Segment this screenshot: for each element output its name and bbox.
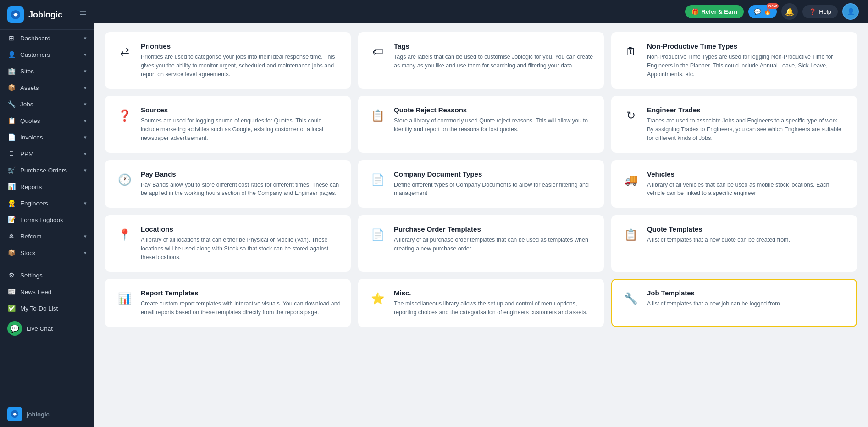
card-pay-bands[interactable]: 🕐 Pay Bands Pay Bands allow you to store… [105, 160, 351, 208]
sidebar-item-live-chat[interactable]: 💬 Live Chat [0, 316, 94, 340]
card-desc-report-templates: Create custom report templates with inte… [141, 299, 341, 317]
nav-arrow-invoices: ▾ [84, 134, 87, 140]
nav-label-dashboard: Dashboard [20, 35, 50, 42]
card-content-vehicles: Vehicles A library of all vehicles that … [647, 170, 847, 198]
sidebar-item-settings[interactable]: ⚙ Settings [0, 267, 94, 283]
refer-earn-button[interactable]: 🎁 Refer & Earn [685, 5, 744, 18]
bottom-brand-text: joblogic [27, 411, 50, 418]
nav-label-news-feed: News Feed [20, 288, 51, 295]
card-quote-reject-reasons[interactable]: 📋 Quote Reject Reasons Store a library o… [358, 96, 604, 152]
nav-icon-assets: 📦 [7, 84, 16, 91]
card-content-quote-templates: Quote Templates A list of templates that… [647, 225, 847, 244]
nav-label-quotes: Quotes [20, 117, 40, 124]
card-icon-company-document-types: 📄 [368, 170, 387, 189]
sidebar-item-reports[interactable]: 📊 Reports [0, 178, 94, 195]
card-content-pay-bands: Pay Bands Pay Bands allow you to store d… [141, 170, 341, 198]
nav-arrow-purchase-orders: ▾ [84, 167, 87, 173]
nav-label-forms-logbook: Forms Logbook [20, 216, 63, 223]
nav-label-my-todo: My To-Do List [20, 305, 58, 312]
nav-icon-dashboard: ⊞ [7, 34, 16, 42]
refer-icon: 🎁 [691, 8, 699, 15]
card-title-quote-reject-reasons: Quote Reject Reasons [394, 106, 594, 114]
sidebar-item-stock[interactable]: 📦 Stock ▾ [0, 244, 94, 261]
card-content-misc: Misc. The miscellaneous library allows t… [394, 289, 594, 317]
sidebar-item-purchase-orders[interactable]: 🛒 Purchase Orders ▾ [0, 162, 94, 178]
card-desc-pay-bands: Pay Bands allow you to store different c… [141, 181, 341, 198]
sidebar-item-dashboard[interactable]: ⊞ Dashboard ▾ [0, 30, 94, 46]
card-purchase-order-templates[interactable]: 📄 Purchase Order Templates A library of … [358, 215, 604, 272]
sidebar-item-forms-logbook[interactable]: 📝 Forms Logbook [0, 211, 94, 228]
card-quote-templates[interactable]: 📋 Quote Templates A list of templates th… [611, 215, 857, 272]
card-title-job-templates: Job Templates [647, 289, 847, 297]
notification-button[interactable]: 🔔 [781, 3, 798, 20]
card-icon-locations: 📍 [115, 225, 134, 244]
sidebar-item-quotes[interactable]: 📋 Quotes ▾ [0, 112, 94, 129]
sidebar-item-news-feed[interactable]: 📰 News Feed [0, 283, 94, 300]
nav-arrow-customers: ▾ [84, 52, 87, 58]
sidebar-item-my-todo[interactable]: ✅ My To-Do List [0, 300, 94, 316]
content-area: ⇄ Priorities Priorities are used to cate… [94, 23, 868, 427]
nav-label-customers: Customers [20, 51, 50, 58]
sidebar-item-jobs[interactable]: 🔧 Jobs ▾ [0, 96, 94, 112]
nav-icon-sites: 🏢 [7, 67, 16, 75]
card-icon-engineer-trades: ↻ [621, 106, 641, 125]
sidebar-item-invoices[interactable]: 📄 Invoices ▾ [0, 129, 94, 145]
card-sources[interactable]: ❓ Sources Sources are used for logging s… [105, 96, 351, 152]
card-misc[interactable]: ⭐ Misc. The miscellaneous library allows… [358, 279, 604, 327]
sidebar: Joblogic ☰ ⊞ Dashboard ▾ 👤 Customers ▾ 🏢… [0, 0, 94, 427]
nav-icon-forms-logbook: 📝 [7, 216, 16, 223]
sidebar-item-ppm[interactable]: 🗓 PPM ▾ [0, 145, 94, 162]
card-content-engineer-trades: Engineer Trades Trades are used to assoc… [647, 106, 847, 142]
card-tags[interactable]: 🏷 Tags Tags are labels that can be used … [358, 32, 604, 89]
card-desc-quote-templates: A list of templates that a new quote can… [647, 236, 847, 244]
card-title-company-document-types: Company Document Types [394, 170, 594, 178]
card-icon-quote-templates: 📋 [621, 225, 641, 244]
nav-arrow-refcom: ▾ [84, 233, 87, 239]
sidebar-item-customers[interactable]: 👤 Customers ▾ [0, 46, 94, 63]
nav-arrow-engineers: ▾ [84, 200, 87, 206]
nav-label-assets: Assets [20, 84, 39, 91]
card-report-templates[interactable]: 📊 Report Templates Create custom report … [105, 279, 351, 327]
card-vehicles[interactable]: 🚚 Vehicles A library of all vehicles tha… [611, 160, 857, 208]
logo-text: Joblogic [28, 10, 62, 20]
live-chat-label: Live Chat [27, 325, 53, 332]
card-title-locations: Locations [141, 225, 341, 233]
menu-icon[interactable]: ☰ [79, 10, 87, 20]
nav-label-ppm: PPM [20, 150, 33, 157]
sidebar-item-engineers[interactable]: 👷 Engineers ▾ [0, 195, 94, 211]
card-icon-quote-reject-reasons: 📋 [368, 106, 387, 125]
card-icon-pay-bands: 🕐 [115, 170, 134, 189]
card-content-report-templates: Report Templates Create custom report te… [141, 289, 341, 317]
nav-label-purchase-orders: Purchase Orders [20, 167, 67, 174]
card-company-document-types[interactable]: 📄 Company Document Types Define differen… [358, 160, 604, 208]
nav-label-settings: Settings [20, 272, 43, 279]
card-icon-tags: 🏷 [368, 42, 387, 61]
bell-icon: 🔔 [785, 7, 794, 16]
nav-icon-invoices: 📄 [7, 133, 16, 141]
chat-button[interactable]: 💬 New 🔥 [748, 5, 777, 18]
card-desc-company-document-types: Define different types of Company Docume… [394, 181, 594, 198]
card-desc-misc: The miscellaneous library allows the set… [394, 299, 594, 317]
sidebar-item-sites[interactable]: 🏢 Sites ▾ [0, 63, 94, 79]
card-job-templates[interactable]: 🔧 Job Templates A list of templates that… [611, 279, 857, 327]
card-title-report-templates: Report Templates [141, 289, 341, 297]
sidebar-item-assets[interactable]: 📦 Assets ▾ [0, 79, 94, 96]
bottom-nav: ⚙ Settings 📰 News Feed ✅ My To-Do List [0, 267, 94, 316]
card-locations[interactable]: 📍 Locations A library of all locations t… [105, 215, 351, 272]
card-content-quote-reject-reasons: Quote Reject Reasons Store a library of … [394, 106, 594, 134]
sidebar-item-refcom[interactable]: ❄ Refcom ▾ [0, 228, 94, 244]
card-desc-quote-reject-reasons: Store a library of commonly used Quote r… [394, 116, 594, 134]
card-desc-vehicles: A library of all vehicles that can be us… [647, 181, 847, 198]
nav-icon-customers: 👤 [7, 51, 16, 58]
card-icon-purchase-order-templates: 📄 [368, 225, 387, 244]
card-icon-vehicles: 🚚 [621, 170, 641, 189]
card-desc-tags: Tags are labels that can be used to cust… [394, 53, 594, 70]
card-priorities[interactable]: ⇄ Priorities Priorities are used to cate… [105, 32, 351, 89]
card-title-misc: Misc. [394, 289, 594, 297]
nav-label-engineers: Engineers [20, 200, 48, 207]
avatar-button[interactable]: 👤 [842, 3, 859, 20]
card-non-productive-time-types[interactable]: 🗓 Non-Productive Time Types Non-Producti… [611, 32, 857, 89]
nav-arrow-jobs: ▾ [84, 101, 87, 107]
help-button[interactable]: ❓ Help [802, 5, 838, 18]
card-engineer-trades[interactable]: ↻ Engineer Trades Trades are used to ass… [611, 96, 857, 152]
